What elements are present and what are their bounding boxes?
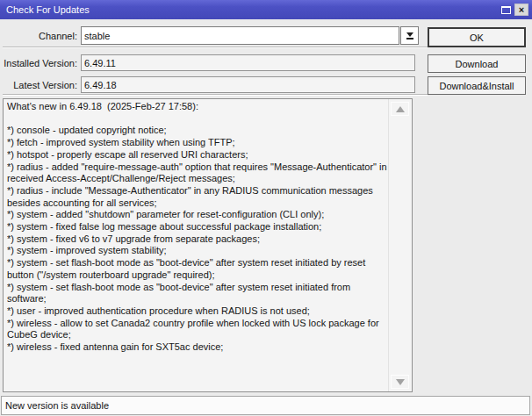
channel-label: Channel: xyxy=(0,31,77,41)
separator-line xyxy=(3,47,428,48)
download-button[interactable]: Download xyxy=(428,54,526,73)
installed-version-label: Installed Version: xyxy=(0,58,77,68)
latest-version-label: Latest Version: xyxy=(0,80,77,90)
maximize-button[interactable] xyxy=(499,4,513,16)
dropdown-arrow-icon xyxy=(406,32,413,37)
scroll-down-button[interactable] xyxy=(391,375,409,389)
separator-line xyxy=(3,94,428,96)
changelog-scrollbar[interactable] xyxy=(388,99,412,391)
scroll-up-icon xyxy=(396,106,405,112)
ok-button[interactable]: OK xyxy=(428,27,526,47)
download-and-install-button[interactable]: Download&Install xyxy=(428,76,526,95)
dropdown-bar-icon xyxy=(406,38,413,39)
scroll-up-button[interactable] xyxy=(391,102,409,116)
check-for-updates-window: { "window": { "title": "Check For Update… xyxy=(0,0,532,416)
installed-version-field xyxy=(81,54,415,71)
close-button[interactable]: × xyxy=(514,4,528,16)
changelog-box[interactable]: What's new in 6.49.18 (2025-Feb-27 17:58… xyxy=(3,98,413,392)
close-icon: × xyxy=(519,4,524,15)
titlebar[interactable]: Check For Updates × xyxy=(0,0,532,19)
channel-input[interactable] xyxy=(81,26,399,45)
latest-version-field xyxy=(81,76,415,93)
changelog-text: What's new in 6.49.18 (2025-Feb-27 17:58… xyxy=(7,101,387,390)
scroll-down-icon xyxy=(396,379,405,385)
status-bar: New version is available xyxy=(1,396,530,415)
maximize-icon xyxy=(501,6,511,14)
window-title: Check For Updates xyxy=(6,0,90,19)
channel-dropdown-button[interactable] xyxy=(400,26,419,45)
